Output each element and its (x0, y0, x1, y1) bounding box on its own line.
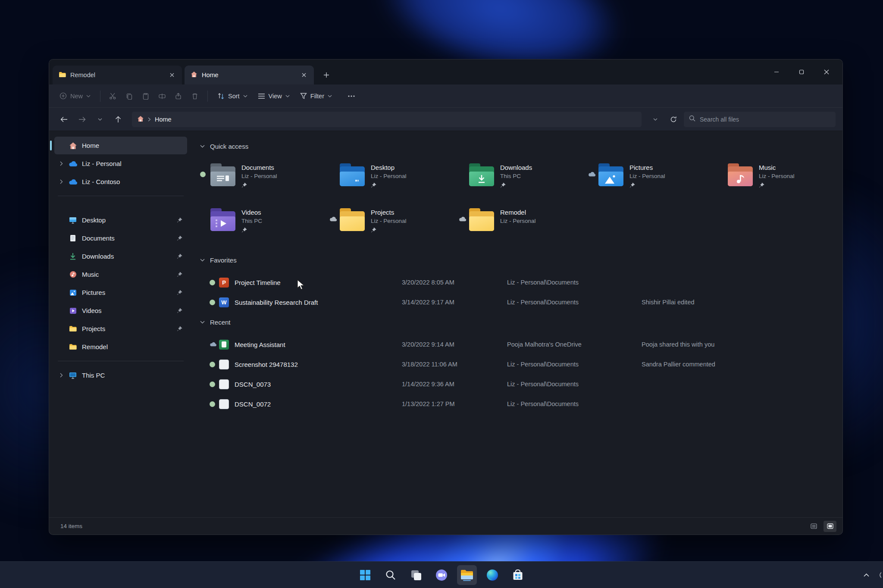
file-row-sustainability-research-draft[interactable]: Sustainability Research Draft 3/14/2022 … (200, 292, 838, 312)
filter-button[interactable]: Filter (296, 88, 336, 104)
tile-videos[interactable]: Videos This PC (200, 203, 329, 247)
section-header-quick-access[interactable]: Quick access (200, 141, 838, 152)
section-header-favorites[interactable]: Favorites (200, 254, 838, 266)
pin-icon (175, 272, 184, 277)
sync-status-icon (200, 163, 210, 177)
new-button[interactable]: New (55, 88, 95, 104)
folder-icon (469, 211, 494, 231)
pin-icon (241, 182, 277, 188)
pin-icon (371, 182, 407, 188)
rename-icon[interactable] (155, 88, 169, 104)
tile-remodel[interactable]: Remodel Liz - Personal (459, 203, 588, 247)
content-pane: Quick access Documents Liz - Personal (192, 131, 842, 517)
sidebar-item-liz-personal[interactable]: Liz - Personal (54, 155, 187, 172)
address-dropdown-icon[interactable] (648, 112, 663, 127)
command-bar: New Sort (49, 84, 842, 108)
pin-icon (759, 182, 795, 188)
tile-music[interactable]: Music Liz - Personal (717, 158, 842, 203)
close-window-button[interactable] (814, 59, 839, 84)
view-button-label: View (269, 93, 282, 100)
this-pc-icon (66, 372, 79, 379)
chat-icon[interactable] (432, 565, 451, 585)
sync-status-icon (210, 362, 215, 367)
pictures-folder-icon (598, 166, 623, 186)
file-row-project-timeline[interactable]: Project Timeline 3/20/2022 8:05 AM Liz -… (200, 272, 838, 292)
tab-label: Home (202, 72, 294, 78)
sidebar-item-music[interactable]: Music (54, 266, 187, 283)
file-explorer-taskbar-icon[interactable] (457, 565, 477, 585)
search-box[interactable] (684, 112, 836, 127)
share-icon[interactable] (171, 88, 186, 104)
back-icon[interactable] (56, 112, 72, 127)
show-hidden-icons-chevron[interactable] (860, 566, 873, 584)
tab-home[interactable]: Home (185, 66, 314, 84)
section-header-recent[interactable]: Recent (200, 316, 838, 328)
file-row-screenshot[interactable]: Screenshot 29478132 3/18/2022 11:06 AM L… (200, 354, 838, 374)
file-row-dscn-0073[interactable]: DSCN_0073 1/14/2022 9:36 AM Liz - Person… (200, 374, 838, 394)
file-row-meeting-assistant[interactable]: Meeting Assistant 3/20/2022 9:14 AM Pooj… (200, 335, 838, 354)
tile-projects[interactable]: Projects Liz - Personal (329, 203, 459, 247)
onedrive-cloud-icon (66, 161, 79, 167)
search-taskbar-icon[interactable] (381, 565, 401, 585)
sidebar-item-liz-contoso[interactable]: Liz - Contoso (54, 173, 187, 191)
pictures-icon (66, 289, 79, 296)
up-icon[interactable] (110, 112, 126, 127)
delete-icon[interactable] (188, 88, 202, 104)
sidebar-item-home[interactable]: Home (54, 137, 187, 154)
sidebar-item-this-pc[interactable]: This PC (54, 366, 187, 384)
copy-icon[interactable] (122, 88, 137, 104)
image-file-icon (219, 379, 229, 389)
section-title: Favorites (210, 256, 237, 264)
pin-icon (629, 182, 665, 188)
sidebar-item-downloads[interactable]: Downloads (54, 247, 187, 265)
tile-downloads[interactable]: Downloads This PC (459, 158, 588, 203)
sidebar-item-pictures[interactable]: Pictures (54, 284, 187, 301)
toolbar-separator (207, 91, 208, 102)
chevron-right-icon[interactable] (56, 179, 66, 184)
section-title: Recent (210, 319, 231, 326)
task-view-icon[interactable] (406, 565, 426, 585)
download-icon (66, 253, 79, 260)
sidebar-item-videos[interactable]: Videos (54, 302, 187, 319)
edge-browser-icon[interactable] (482, 565, 502, 585)
close-tab-icon[interactable] (298, 69, 310, 81)
maximize-button[interactable] (789, 59, 814, 84)
sidebar-item-projects[interactable]: Projects (54, 320, 187, 338)
paste-icon[interactable] (138, 88, 153, 104)
window-controls (764, 59, 839, 84)
chevron-down-icon (200, 321, 205, 324)
music-folder-icon (728, 166, 753, 186)
sync-status-icon (210, 382, 215, 387)
view-button[interactable]: View (254, 88, 294, 104)
cloud-status-icon (210, 341, 219, 348)
chevron-right-icon[interactable] (56, 373, 66, 378)
breadcrumb-root[interactable]: Home (155, 116, 172, 123)
microsoft-store-icon[interactable] (508, 565, 528, 585)
breadcrumb[interactable]: Home (132, 112, 642, 127)
tile-pictures[interactable]: Pictures Liz - Personal (588, 158, 717, 203)
minimize-button[interactable] (764, 59, 789, 84)
recent-locations-icon[interactable] (92, 112, 108, 127)
start-button[interactable] (355, 565, 375, 585)
details-view-toggle[interactable] (807, 521, 820, 532)
new-button-label: New (70, 93, 83, 100)
forward-icon[interactable] (74, 112, 90, 127)
tile-documents[interactable]: Documents Liz - Personal (200, 158, 329, 203)
close-tab-icon[interactable] (166, 69, 178, 81)
large-icons-view-toggle[interactable] (824, 521, 836, 532)
file-row-dscn-0072[interactable]: DSCN_0072 1/13/2022 1:27 PM Liz - Person… (200, 394, 838, 414)
see-more-icon[interactable] (344, 88, 359, 104)
image-file-icon (219, 399, 229, 409)
sidebar-item-remodel[interactable]: Remodel (54, 338, 187, 356)
refresh-icon[interactable] (666, 112, 681, 127)
sidebar-item-desktop[interactable]: Desktop (54, 211, 187, 229)
chevron-right-icon[interactable] (56, 161, 66, 166)
sidebar-item-documents[interactable]: Documents (54, 229, 187, 247)
favorites-list: Project Timeline 3/20/2022 8:05 AM Liz -… (200, 272, 838, 312)
sort-button[interactable]: Sort (213, 88, 252, 104)
search-input[interactable] (700, 116, 830, 123)
tab-remodel[interactable]: Remodel (53, 66, 182, 84)
tile-desktop[interactable]: Desktop Liz - Personal (329, 158, 459, 203)
new-tab-button[interactable] (319, 68, 334, 82)
cut-icon[interactable] (106, 88, 120, 104)
